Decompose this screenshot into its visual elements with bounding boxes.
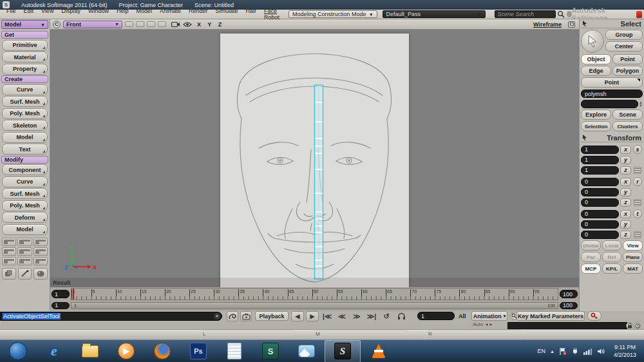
axis-button-x[interactable]: x: [620, 146, 631, 154]
transform-mode-button-t[interactable]: t: [633, 209, 642, 218]
taskbar-green-app-icon[interactable]: S: [252, 340, 289, 362]
component-filter-dropdown[interactable]: Point: [581, 77, 643, 88]
pass-dropdown[interactable]: Default_Pass▼: [383, 10, 486, 18]
range-end-field[interactable]: 100: [560, 302, 578, 309]
tool-button-skeleton[interactable]: Skeleton: [2, 120, 48, 131]
construction-mode-dropdown[interactable]: Modeling Construction Mode▼: [289, 10, 377, 18]
viewport-front[interactable]: C Front▼ X Y Z Wireframe: [50, 19, 579, 287]
range-start-field[interactable]: 1: [52, 302, 70, 309]
view-type-dropdown[interactable]: Front▼: [63, 21, 122, 28]
brush-tool-icon[interactable]: [18, 268, 32, 280]
viewport-canvas[interactable]: Y Z X Result: [50, 30, 579, 287]
audio-mute-icon[interactable]: [395, 311, 408, 321]
memo-cam-slot-2[interactable]: [136, 21, 144, 27]
action-center-flag-icon[interactable]: [559, 347, 567, 356]
step-forward-icon[interactable]: ▶: [306, 311, 319, 321]
timeline-end-field[interactable]: 100: [560, 290, 578, 298]
group-button[interactable]: Group: [605, 30, 643, 40]
panel-tab-mat[interactable]: MAT: [623, 263, 643, 274]
viewport-layout-preset-button[interactable]: [2, 257, 16, 265]
taskbar-softimage-icon[interactable]: S: [325, 340, 361, 362]
tool-button-model[interactable]: Model: [2, 132, 48, 143]
taskbar-notepad-icon[interactable]: [216, 340, 252, 362]
menu-display[interactable]: Display: [57, 8, 84, 21]
search-options-icon[interactable]: [567, 11, 572, 17]
tool-button-property[interactable]: Property: [2, 64, 48, 75]
viewport-layout-preset-button[interactable]: [33, 247, 48, 256]
fast-rewind-icon[interactable]: ≪: [336, 311, 348, 321]
menu-face-robot[interactable]: Face Robot: [260, 8, 283, 21]
transform-value-field-sx[interactable]: 1: [581, 146, 619, 154]
network-signal-icon[interactable]: [583, 348, 592, 355]
menu-simulate[interactable]: Simulate: [212, 8, 242, 21]
select-tool-button[interactable]: [581, 30, 604, 53]
axis-button-x[interactable]: x: [620, 178, 631, 186]
scene-search-input[interactable]: Scene Search: [495, 10, 556, 18]
menu-hair[interactable]: Hair: [242, 8, 261, 21]
tool-button-primitive[interactable]: Primitive: [2, 40, 48, 51]
transform-value-field-ry[interactable]: 0: [581, 188, 619, 196]
menu-model[interactable]: Model: [132, 8, 156, 21]
tool-button-surf-mesh[interactable]: Surf. Mesh: [2, 96, 48, 107]
timeline-ruler[interactable]: 15101520253035404550556065707580859095: [71, 288, 558, 300]
space-button-local[interactable]: Local: [602, 240, 622, 251]
viewport-layout-preset-button[interactable]: [2, 247, 16, 256]
clusters-button[interactable]: Clusters: [612, 121, 643, 131]
taskbar-windows-media-player-icon[interactable]: ▶: [108, 340, 144, 362]
lock-icon[interactable]: [626, 322, 633, 329]
space-button-view[interactable]: View: [623, 240, 643, 251]
go-to-end-icon[interactable]: ≫|: [365, 311, 378, 321]
filter-polygon-button[interactable]: Polygon: [612, 66, 643, 76]
transform-value-field-rx[interactable]: 0: [581, 178, 619, 186]
viewport-layout-preset-button[interactable]: [33, 257, 48, 265]
eye-visibility-icon[interactable]: [183, 21, 192, 28]
transform-value-field-rz[interactable]: 0: [581, 198, 619, 207]
axis-button-y[interactable]: y: [620, 188, 631, 196]
link-values-icon[interactable]: [634, 231, 641, 238]
axis-button-y[interactable]: y: [620, 156, 631, 164]
viewport-layout-preset-button[interactable]: [17, 257, 32, 265]
taskbar-internet-explorer-icon[interactable]: e: [36, 340, 72, 362]
link-values-icon[interactable]: [634, 167, 641, 174]
hidden-icons-caret[interactable]: ▲: [550, 349, 554, 354]
space-button-global[interactable]: Global: [581, 240, 601, 251]
camera-menu-icon[interactable]: C: [53, 21, 61, 28]
key-marked-parameters-button[interactable]: Key Marked Parameters: [516, 311, 585, 321]
link-values-icon[interactable]: [634, 199, 641, 206]
speaker-volume-icon[interactable]: [597, 348, 605, 355]
transform-value-field-ty[interactable]: 0: [581, 220, 619, 229]
taskbar-photo-viewer-icon[interactable]: [289, 340, 325, 362]
viewport-layout-preset-button[interactable]: [2, 238, 16, 246]
prev-key-icon[interactable]: ◂: [485, 321, 488, 327]
tool-button-curve[interactable]: Curve: [2, 84, 48, 95]
memo-cam-slot-3[interactable]: [147, 21, 155, 27]
select-panel-header[interactable]: Select: [581, 19, 643, 28]
selection-value-field[interactable]: [581, 100, 638, 108]
multi-select-icon[interactable]: [2, 268, 16, 280]
panel-tab-kp-l[interactable]: KP/L: [602, 263, 622, 274]
language-indicator[interactable]: EN: [538, 348, 546, 354]
taskbar-windows-explorer-icon[interactable]: [72, 340, 108, 362]
key-icon[interactable]: [587, 311, 601, 321]
toolbox-icon[interactable]: [240, 311, 252, 321]
menu-file[interactable]: File: [3, 8, 20, 21]
script-command-input[interactable]: ActivateObjectSelTool ▼: [0, 312, 222, 321]
go-to-start-icon[interactable]: |≪: [321, 311, 334, 321]
menu-window[interactable]: Window: [84, 8, 113, 21]
selection-name-field[interactable]: polymsh: [581, 90, 643, 98]
step-back-icon[interactable]: ◀: [291, 311, 304, 321]
transform-value-field-tz[interactable]: 0: [581, 231, 619, 239]
taskbar-vlc-icon[interactable]: [361, 340, 397, 362]
explore-button[interactable]: Explore: [581, 110, 611, 120]
tool-button-material[interactable]: Material: [2, 52, 48, 62]
clock-icon[interactable]: [634, 322, 641, 329]
tool-button-surf-mesh[interactable]: Surf. Mesh: [2, 188, 48, 199]
animation-menu-button[interactable]: Animation▾: [471, 311, 507, 321]
menu-edit[interactable]: Edit: [20, 8, 38, 21]
menu-render[interactable]: Render: [185, 8, 212, 21]
taskbar-start-button-icon[interactable]: [0, 340, 36, 362]
tool-button-text[interactable]: Text: [2, 144, 48, 155]
memo-cam-slot-1[interactable]: [125, 21, 133, 27]
filter-point-button[interactable]: Point: [612, 54, 643, 64]
ref-button-par[interactable]: Par: [581, 252, 601, 262]
